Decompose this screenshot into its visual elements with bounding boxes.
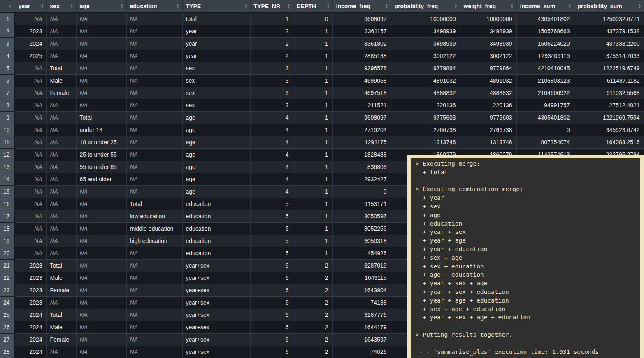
cell-TYPE_NR: 4	[250, 148, 293, 161]
table-row[interactable]: 10NANAunder 18NAage412719204276673827667…	[0, 124, 644, 136]
table-row[interactable]: 42025NANANAyear2128851383002122300212212…	[0, 50, 644, 62]
cell-sex: NA	[46, 210, 76, 222]
cell-sex: Total	[46, 309, 76, 321]
table-row[interactable]: 11NANA18 to under 25NAage411291175131374…	[0, 136, 644, 148]
column-header-TYPE_NR[interactable]: TYPE_NR▲▼	[250, 0, 293, 13]
cell-DEPTH: 1	[293, 161, 332, 173]
column-header-probability_freq[interactable]: probability_freq▲▼	[391, 0, 460, 13]
cell-DEPTH: 1	[293, 136, 332, 148]
row-number: 4	[0, 50, 15, 62]
cell-DEPTH: 0	[293, 13, 332, 25]
cell-year: 2024	[15, 333, 46, 346]
row-number: 27	[0, 333, 15, 346]
cell-DEPTH: 1	[293, 185, 332, 198]
cell-TYPE: year	[182, 37, 250, 50]
row-number: 19	[0, 235, 15, 247]
cell-sex: NA	[46, 161, 76, 173]
cell-sex: NA	[46, 99, 76, 111]
cell-DEPTH: 1	[293, 99, 332, 111]
column-header-income_sum[interactable]: income_sum▲▼	[516, 0, 574, 13]
cell-TYPE: sex	[182, 62, 250, 74]
cell-age: NA	[76, 309, 126, 321]
cell-probability_freq: 9775603	[391, 111, 460, 124]
cell-TYPE_NR: 2	[250, 25, 293, 37]
cell-DEPTH: 1	[293, 148, 332, 161]
cell-income_freq: 3050318	[332, 235, 391, 247]
cell-age: NA	[76, 13, 126, 25]
cell-probability_sum: 437338.2200	[574, 37, 644, 50]
cell-education: NA	[126, 148, 182, 161]
column-header-probability_sum[interactable]: probability_sum▲▼	[574, 0, 644, 13]
cell-sex: NA	[46, 124, 76, 136]
cell-education: NA	[126, 37, 182, 50]
cell-year: NA	[15, 210, 46, 222]
cell-TYPE_NR: 3	[250, 74, 293, 87]
cell-education: high education	[126, 235, 182, 247]
row-number: 3	[0, 37, 15, 50]
cell-TYPE_NR: 6	[250, 259, 293, 272]
table-row[interactable]: 1NANANANAtotal10960809710000000100000004…	[0, 13, 644, 25]
cell-income_sum: 1506224020	[516, 37, 574, 50]
column-header-weight_freq[interactable]: weight_freq▲▼	[460, 0, 516, 13]
column-header-DEPTH[interactable]: DEPTH▲▼	[293, 0, 332, 13]
cell-sex: NA	[46, 235, 76, 247]
column-header-age[interactable]: age▲▼	[76, 0, 126, 13]
table-row[interactable]: 32024NANANAyear2133618023498939349893915…	[0, 37, 644, 50]
cell-TYPE_NR: 3	[250, 99, 293, 111]
cell-weight_freq: 4888832	[460, 87, 516, 99]
cell-probability_freq: 3498939	[391, 37, 460, 50]
cell-sex: NA	[46, 247, 76, 259]
cell-income_freq: 74138	[332, 296, 391, 309]
cell-probability_sum: 345923.6742	[574, 124, 644, 136]
cell-TYPE: year	[182, 50, 250, 62]
cell-weight_freq: 10000000	[460, 13, 516, 25]
cell-TYPE: year+sex	[182, 346, 250, 358]
cell-sex: NA	[46, 185, 76, 198]
table-row[interactable]: 8NANANANAsex3121152122013622013694991757…	[0, 99, 644, 111]
cell-income_freq: 1643115	[332, 272, 391, 284]
row-number: 26	[0, 321, 15, 333]
cell-DEPTH: 1	[293, 247, 332, 259]
cell-TYPE_NR: 2	[250, 50, 293, 62]
table-row[interactable]: 5NATotalNANAsex3193965769779864977986442…	[0, 62, 644, 74]
column-label: weight_freq	[464, 3, 496, 9]
cell-income_freq: 1643904	[332, 284, 391, 296]
cell-education: NA	[126, 99, 182, 111]
column-header-sex[interactable]: sex▲▼	[46, 0, 76, 13]
table-row[interactable]: 7NAFemaleNANAsex314697518488883248888322…	[0, 87, 644, 99]
cell-DEPTH: 1	[293, 87, 332, 99]
cell-TYPE: age	[182, 148, 250, 161]
cell-age: NA	[76, 87, 126, 99]
cell-age: NA	[76, 37, 126, 50]
table-row[interactable]: 22023NANANAyear2133611573498939349893915…	[0, 25, 644, 37]
cell-education: NA	[126, 272, 182, 284]
cell-sex: NA	[46, 222, 76, 235]
cell-probability_sum: 1222519.6749	[574, 62, 644, 74]
column-header-education[interactable]: education▲▼	[126, 0, 182, 13]
table-row[interactable]: 6NAMaleNANAsex31469905848910324891032210…	[0, 74, 644, 87]
cell-age: NA	[76, 321, 126, 333]
column-header-row_index[interactable]: ▲	[0, 0, 15, 13]
cell-age: NA	[76, 198, 126, 210]
sort-both-icon: ▲▼	[70, 3, 74, 9]
cell-DEPTH: 2	[293, 309, 332, 321]
cell-sex: Male	[46, 74, 76, 87]
cell-TYPE: education	[182, 222, 250, 235]
column-header-income_freq[interactable]: income_freq▲▼	[332, 0, 391, 13]
cell-DEPTH: 1	[293, 111, 332, 124]
cell-TYPE_NR: 4	[250, 185, 293, 198]
table-row[interactable]: 9NANATotalNAage4196080979775603977560343…	[0, 111, 644, 124]
cell-TYPE_NR: 6	[250, 296, 293, 309]
cell-income_sum: 4210410045	[516, 62, 574, 74]
cell-sex: Female	[46, 87, 76, 99]
cell-TYPE_NR: 6	[250, 272, 293, 284]
cell-DEPTH: 1	[293, 25, 332, 37]
cell-education: NA	[126, 309, 182, 321]
cell-age: NA	[76, 222, 126, 235]
row-number: 20	[0, 247, 15, 259]
column-header-TYPE[interactable]: TYPE▲▼	[182, 0, 250, 13]
cell-TYPE_NR: 4	[250, 136, 293, 148]
column-header-year[interactable]: year▲▼	[15, 0, 46, 13]
cell-income_freq: 1643597	[332, 333, 391, 346]
cell-sex: Male	[46, 321, 76, 333]
